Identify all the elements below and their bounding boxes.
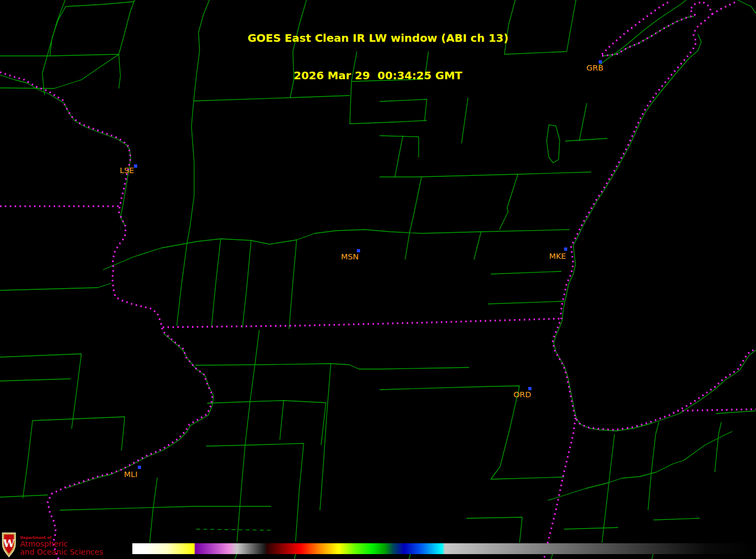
logo-name-line2: and Oceanic Sciences: [20, 548, 103, 556]
station-dot-MKE: [564, 247, 567, 251]
image-title-line1: GOES East Clean IR LW window (ABI ch 13): [0, 32, 756, 45]
station-label-MLI: MLI: [109, 470, 152, 479]
image-title: GOES East Clean IR LW window (ABI ch 13)…: [0, 7, 756, 107]
svg-text:W: W: [3, 537, 15, 549]
station-dot-ORD: [528, 387, 531, 390]
logo-text: Department of Atmospheric and Oceanic Sc…: [20, 536, 103, 556]
station-dot-MSN: [357, 249, 360, 252]
station-label-GRB: GRB: [573, 63, 617, 72]
station-label-MSN: MSN: [328, 252, 371, 261]
uw-aos-logo: W Department of Atmospheric and Oceanic …: [2, 532, 103, 558]
station-label-MKE: MKE: [536, 252, 579, 261]
dashed-county-line: [196, 529, 273, 530]
station-dot-LSE: [134, 164, 137, 168]
station-label-LSE: LSE: [105, 166, 149, 175]
station-dot-GRB: [599, 60, 602, 63]
ir-temperature-colorbar: [132, 543, 756, 554]
uw-crest-icon: W: [2, 532, 16, 558]
image-title-line2: 2026 Mar 29 00:34:25 GMT: [0, 69, 756, 82]
station-label-ORD: ORD: [501, 390, 544, 399]
station-dot-MLI: [138, 466, 141, 469]
satellite-image-viewport: GOES East Clean IR LW window (ABI ch 13)…: [0, 0, 756, 559]
logo-name-line1: Atmospheric: [20, 540, 103, 548]
